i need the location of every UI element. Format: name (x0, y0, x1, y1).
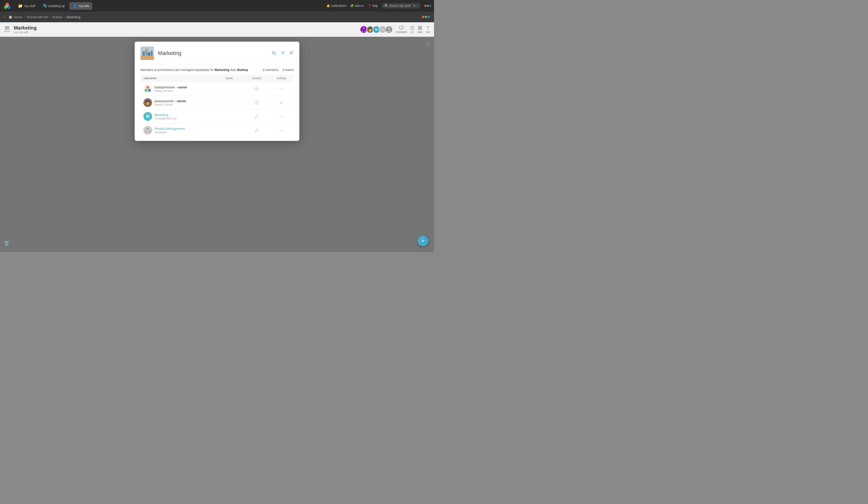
col-inviting: inviting (269, 75, 293, 82)
svg-point-21 (148, 89, 151, 92)
nav-tab-bubbling-up[interactable]: 🫧 bubbling up (40, 2, 68, 9)
name-cell-bublupintranet (223, 82, 244, 96)
svg-point-17 (146, 48, 149, 51)
team-link-marketing-team[interactable]: Marketing (155, 113, 177, 117)
sort-button[interactable]: sort (425, 25, 430, 33)
help-label: help (372, 4, 378, 8)
member-cell-bublupintranet: bublupintranet – owner Bublup Intranet (141, 82, 223, 96)
breadcrumb-shared-with-me[interactable]: Shared with Me (27, 15, 48, 19)
main-content: ☆ 🗑️ + (0, 37, 434, 252)
back-button[interactable]: ‹ (4, 15, 5, 19)
nav-tab-my-info[interactable]: 👤 my info (69, 2, 93, 10)
bubbling-up-icon: 🫧 (43, 4, 47, 8)
svg-point-0 (6, 3, 9, 6)
team-access-icon-marketing-team[interactable] (247, 114, 266, 119)
avatar-group: 👩 M C 4 total (360, 26, 393, 33)
modal-title: Marketing (158, 50, 182, 56)
comments-button[interactable]: comments (396, 25, 407, 33)
modal-body: Members & permissions are managed separa… (135, 64, 299, 141)
addon-nav-item[interactable]: 🧩 add-on (350, 4, 364, 8)
notifications-nav-item[interactable]: 🔔 notifications (327, 4, 346, 8)
access-icon-jessicacornell[interactable] (247, 100, 266, 105)
help-nav-item[interactable]: ❓ help (368, 4, 378, 8)
avatar-jessicacornell: 👩 (143, 98, 152, 107)
modal-search-button[interactable] (272, 51, 277, 56)
modal-filter-button[interactable] (280, 51, 285, 56)
breadcrumb-bar: ‹ 🏠 Home › Shared with Me › Bublup › Mar… (0, 12, 434, 22)
table-row: bublupintranet – owner Bublup Intranet — (141, 82, 293, 96)
team-access-cell-marketing-team[interactable] (244, 110, 269, 124)
team-avatar-product-management-team (143, 126, 152, 135)
modal-dialog: Marketing (135, 42, 299, 141)
breadcrumb-sep-1: › (24, 15, 25, 19)
access-icon-bublupintranet[interactable] (247, 86, 266, 92)
inviting-cell-jessicacornell: ✓ (269, 96, 293, 110)
col-name: name (223, 75, 244, 82)
svg-point-3 (363, 27, 365, 29)
svg-point-28 (255, 101, 259, 105)
svg-rect-10 (420, 28, 422, 30)
username-bublupintranet: bublupintranet – owner (155, 85, 187, 89)
breadcrumb-bublup[interactable]: Bublup (53, 15, 62, 19)
team-inviting-cell-marketing-team: — (269, 110, 293, 124)
fullname-bublupintranet: Bublup Intranet (155, 89, 187, 92)
sort-arrow-icon: ↑ (158, 77, 159, 80)
member-cell-jessicacornell: 👩jessicacornell – admin Jessica Cornell (141, 96, 223, 110)
teams-count: 2 teams (282, 68, 293, 72)
inviting-check-icon: ✓ (280, 101, 283, 105)
svg-point-23 (256, 88, 257, 90)
col-access: access (244, 75, 269, 82)
members-info-text: Members & permissions are managed separa… (141, 68, 248, 72)
team-access-cell-product-management-team[interactable] (244, 124, 269, 137)
view-button[interactable]: view (417, 25, 422, 33)
fullname-jessicacornell: Jessica Cornell (155, 103, 186, 106)
svg-point-19 (146, 86, 149, 89)
team-link-product-management-team[interactable]: Product-Management (155, 127, 185, 130)
modal-close-button[interactable] (289, 51, 293, 56)
app-logo[interactable] (3, 1, 12, 10)
table-header-row: username ↑ name access inviting (141, 75, 293, 82)
search-icon: 🔍 (385, 4, 388, 8)
access-cell-jessicacornell[interactable] (244, 96, 269, 110)
home-icon: 🏠 (9, 15, 12, 19)
menu-button[interactable]: menu (4, 27, 10, 32)
team-access-icon-product-management-team[interactable] (247, 128, 266, 133)
on-button[interactable]: on (410, 25, 415, 33)
table-row: Product-Management 10 people — (141, 124, 293, 137)
team-member-row: Product-Management 10 people (143, 126, 220, 135)
search-box[interactable]: 🔍 Search My Stuff ▾ (382, 3, 421, 9)
my-info-icon: 👤 (73, 4, 78, 8)
nav-tab-my-stuff-label: my stuff (24, 4, 35, 8)
modal-header-actions (272, 51, 293, 56)
svg-rect-9 (418, 28, 420, 30)
inviting-dash-team-product-management-team: — (279, 128, 283, 132)
avatar-bublupintranet (143, 84, 152, 93)
breadcrumb-right (422, 16, 430, 18)
svg-rect-7 (418, 26, 420, 28)
nav-tab-my-stuff[interactable]: 📁 my stuff (14, 2, 39, 10)
svg-point-37 (149, 131, 151, 133)
svg-point-36 (145, 131, 147, 133)
modal-thumbnail (141, 46, 154, 60)
modal-header: Marketing (135, 42, 299, 64)
avatar-count: 4 total (385, 26, 393, 33)
toolbar-right: 👩 M C 4 total comments on view sort (360, 25, 430, 33)
member-row: bublupintranet – owner Bublup Intranet (143, 84, 220, 93)
role-jessicacornell: admin (177, 99, 186, 103)
svg-point-18 (272, 52, 275, 54)
team-member-row: MMarketing 11 people incl' you (143, 112, 220, 121)
member-info-jessicacornell: jessicacornell – admin Jessica Cornell (155, 99, 186, 106)
members-stats: 2 members 2 teams (263, 68, 293, 72)
team-name-cell-marketing-team (223, 110, 244, 124)
team-avatar-marketing-team: M (143, 112, 152, 121)
team-name-cell-product-management-team (223, 124, 244, 137)
member-row: 👩jessicacornell – admin Jessica Cornell (143, 98, 220, 107)
col-username[interactable]: username ↑ (141, 75, 223, 82)
svg-point-29 (256, 102, 257, 103)
team-cell-marketing-team: MMarketing 11 people incl' you (141, 110, 223, 124)
members-table: username ↑ name access inviting (141, 75, 293, 137)
breadcrumb-marketing: Marketing (66, 15, 80, 19)
access-cell-bublupintranet[interactable] (244, 82, 269, 96)
breadcrumb-home[interactable]: Home (14, 15, 22, 19)
breadcrumb-sep-3: › (64, 15, 65, 19)
